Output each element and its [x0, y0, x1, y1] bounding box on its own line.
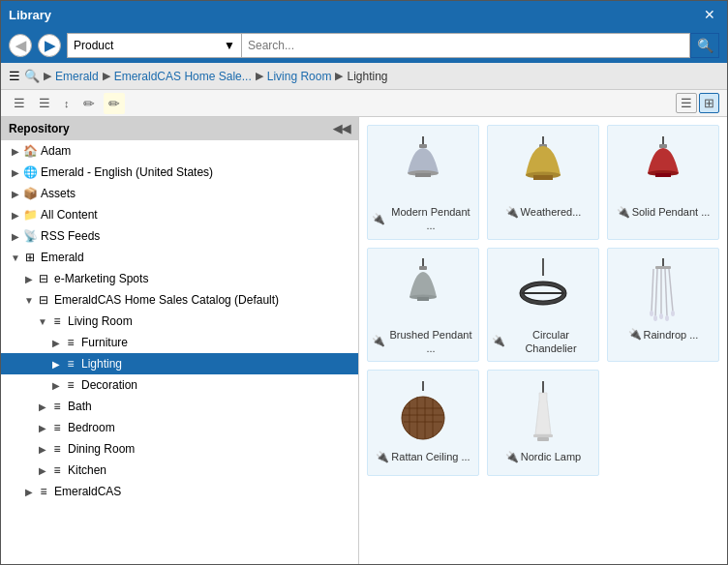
- list11-icon: ≡: [36, 484, 51, 499]
- sidebar-item-decoration[interactable]: ▶ ≡ Decoration: [1, 374, 358, 396]
- list8-icon: ≡: [49, 420, 65, 435]
- library-window: Library ✕ ◀ ▶ Product ▼ 🔍 ☰ 🔍 ▶ Emerald …: [0, 0, 728, 565]
- expand-icon: ▶: [9, 229, 22, 243]
- product-icon-weathered: 🔌: [505, 206, 519, 219]
- sidebar-label-emeraldcas-catalog: EmeraldCAS Home Sales Catalog (Default): [54, 293, 279, 307]
- product-item-solid-pendant[interactable]: 🔌 Solid Pendant ...: [607, 125, 719, 240]
- expand-icon: ▶: [36, 463, 49, 477]
- list6-icon: ≡: [63, 377, 78, 393]
- list10-icon: ≡: [49, 462, 65, 478]
- product-item-circular-chandelier[interactable]: 🔌 Circular Chandelier: [487, 248, 599, 363]
- product-icon-rattan: 🔌: [376, 451, 389, 463]
- expand-icon: ▶: [9, 165, 22, 179]
- toolbar: ◀ ▶ Product ▼ 🔍: [1, 28, 727, 63]
- product-item-nordic-lamp[interactable]: 🔌 Nordic Lamp: [487, 370, 599, 476]
- svg-rect-43: [533, 434, 553, 437]
- window-title: Library: [9, 8, 51, 22]
- product-item-modern-pendant[interactable]: 🔌 Modern Pendant ...: [367, 125, 479, 240]
- svg-point-23: [650, 311, 653, 316]
- expand-icon: ▶: [49, 336, 63, 349]
- product-icon-circular: 🔌: [492, 335, 505, 347]
- sidebar-label-kitchen: Kitchen: [68, 463, 106, 477]
- expand-icon: ▶: [49, 378, 63, 392]
- sidebar-item-lighting[interactable]: ▶ ≡ Lighting: [1, 353, 358, 374]
- forward-button[interactable]: ▶: [38, 34, 61, 57]
- expand-icon: ▶: [36, 421, 49, 434]
- list-view-btn[interactable]: ☰: [9, 93, 30, 113]
- product-name-rattan-ceiling: Rattan Ceiling ...: [391, 450, 470, 463]
- rss-icon: 📡: [22, 228, 38, 244]
- sidebar-item-furniture[interactable]: ▶ ≡ Furniture: [1, 332, 358, 353]
- sidebar-label-bedroom: Bedroom: [68, 421, 115, 434]
- sidebar-item-emarketing[interactable]: ▶ ⊟ e-Marketing Spots: [1, 268, 358, 289]
- repository-label: Repository: [9, 122, 70, 135]
- sidebar-item-bedroom[interactable]: ▶ ≡ Bedroom: [1, 417, 358, 438]
- breadcrumb-separator-3: ▶: [335, 70, 343, 82]
- expand-icon: ▶: [9, 208, 22, 222]
- sidebar-item-dining-room[interactable]: ▶ ≡ Dining Room: [1, 438, 358, 460]
- list5-icon: ≡: [63, 356, 78, 372]
- detail-view-btn[interactable]: ☰: [676, 93, 697, 113]
- svg-point-25: [659, 313, 663, 319]
- expand-icon: ▶: [36, 400, 49, 413]
- product-name-nordic-lamp: Nordic Lamp: [521, 450, 581, 463]
- sidebar-item-all-content[interactable]: ▶ 📁 All Content: [1, 204, 358, 225]
- product-item-rattan-ceiling[interactable]: 🔌 Rattan Ceiling ...: [367, 370, 479, 476]
- sidebar: Repository ◀◀ ▶ 🏠 Adam ▶ 🌐 Emerald - Eng…: [1, 117, 359, 564]
- sidebar-item-rss-feeds[interactable]: ▶ 📡 RSS Feeds: [1, 225, 358, 247]
- sidebar-item-assets[interactable]: ▶ 📦 Assets: [1, 183, 358, 204]
- expand-icon: ▼: [9, 251, 22, 264]
- folder-icon: 📁: [22, 207, 38, 223]
- indent-btn[interactable]: ☰: [34, 93, 55, 113]
- product-item-raindrop[interactable]: 🔌 Raindrop ...: [607, 248, 719, 363]
- product-name-modern-pendant: Modern Pendant ...: [387, 205, 474, 233]
- edit2-btn[interactable]: ✏: [104, 93, 125, 114]
- back-button[interactable]: ◀: [9, 34, 32, 57]
- product-item-weathered[interactable]: 🔌 Weathered...: [487, 125, 599, 240]
- product-image-brushed-pendant: [389, 256, 457, 324]
- sidebar-item-bath[interactable]: ▶ ≡ Bath: [1, 396, 358, 417]
- grid-view-btn[interactable]: ⊞: [699, 93, 719, 113]
- svg-point-26: [665, 315, 669, 321]
- product-name-brushed-pendant: Brushed Pendant ...: [387, 328, 474, 356]
- breadcrumb-emeraldcas[interactable]: EmeraldCAS Home Sale...: [114, 70, 252, 83]
- search-input[interactable]: [241, 33, 690, 58]
- svg-rect-44: [537, 437, 549, 441]
- breadcrumb-separator-1: ▶: [103, 70, 110, 82]
- product-icon-nordic: 🔌: [505, 451, 519, 463]
- sidebar-header: Repository ◀◀: [1, 117, 358, 140]
- title-bar: Library ✕: [1, 1, 727, 28]
- breadcrumb-emerald[interactable]: Emerald: [55, 70, 99, 83]
- sidebar-label-furniture: Furniture: [81, 336, 128, 349]
- sidebar-label-living-room: Living Room: [68, 314, 133, 328]
- search-button[interactable]: 🔍: [690, 33, 719, 58]
- sidebar-label-emeraldcas2: EmeraldCAS: [54, 485, 121, 498]
- sidebar-item-emerald[interactable]: ▼ ⊞ Emerald: [1, 247, 358, 268]
- sidebar-item-emeraldcas2[interactable]: ▶ ≡ EmeraldCAS: [1, 481, 358, 502]
- sidebar-item-living-room[interactable]: ▼ ≡ Living Room: [1, 311, 358, 332]
- edit-btn[interactable]: ✏: [78, 93, 100, 114]
- svg-line-22: [669, 269, 673, 312]
- dropdown-arrow-icon: ▼: [224, 39, 235, 52]
- product-image-circular-chandelier: [509, 256, 577, 324]
- sort-btn[interactable]: ↕: [59, 95, 75, 112]
- sidebar-item-kitchen[interactable]: ▶ ≡ Kitchen: [1, 460, 358, 481]
- product-image-rattan-ceiling: [389, 378, 457, 446]
- breadcrumb-living-room[interactable]: Living Room: [267, 70, 332, 83]
- list-icon: ⊟: [36, 271, 51, 286]
- expand-icon: ▶: [9, 187, 22, 200]
- sidebar-item-emeraldcas-catalog[interactable]: ▼ ⊟ EmeraldCAS Home Sales Catalog (Defau…: [1, 289, 358, 311]
- product-item-brushed-pendant[interactable]: 🔌 Brushed Pendant ...: [367, 248, 479, 363]
- category-label: Product: [74, 39, 113, 52]
- collapse-button[interactable]: ◀◀: [333, 122, 350, 135]
- product-icon-raindrop: 🔌: [628, 328, 642, 341]
- sidebar-label-all-content: All Content: [41, 208, 98, 222]
- sidebar-label-lighting: Lighting: [81, 357, 122, 371]
- expand-icon: ▶: [22, 485, 36, 498]
- breadcrumb-bar: ☰ 🔍 ▶ Emerald ▶ EmeraldCAS Home Sale... …: [1, 63, 727, 90]
- category-select[interactable]: Product ▼: [67, 33, 241, 58]
- view-toggle: ☰ ⊞: [676, 93, 719, 113]
- close-button[interactable]: ✕: [700, 7, 719, 22]
- sidebar-item-adam[interactable]: ▶ 🏠 Adam: [1, 140, 358, 162]
- sidebar-item-emerald-en[interactable]: ▶ 🌐 Emerald - English (United States): [1, 162, 358, 183]
